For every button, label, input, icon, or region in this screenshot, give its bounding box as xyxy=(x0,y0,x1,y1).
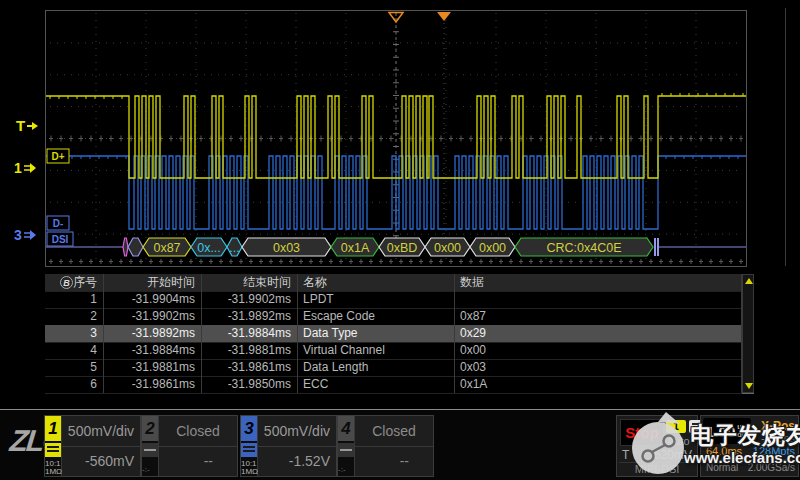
right-edge-divider xyxy=(785,8,786,266)
channel2-panel[interactable]: 2 -:- Closed -- xyxy=(141,415,238,477)
table-cell: 0x29 xyxy=(455,325,742,342)
table-cell: -31.9884ms xyxy=(104,342,202,359)
table-cell: Data Length xyxy=(298,359,455,376)
decode-frame-value: 0x1A xyxy=(341,241,370,255)
trigger-sweep-mode[interactable]: Auto xyxy=(667,435,690,447)
decode-frame-value: 0x87 xyxy=(153,241,180,255)
coupling-icon xyxy=(338,443,354,457)
table-cell: Virtual Channel xyxy=(298,342,455,359)
channel3-badge[interactable]: 3 xyxy=(241,416,257,441)
xpos-label: X-Pos xyxy=(761,419,795,433)
table-cell: -31.9884ms xyxy=(202,325,298,342)
channel1-panel[interactable]: 1 10:1 1MΩ 500mV/div -560mV xyxy=(44,415,141,477)
xpos-value[interactable]: -940ns xyxy=(761,432,795,444)
decode-event-table[interactable]: B序号开始时间结束时间名称数据1-31.9904ms-31.9902msLPDT… xyxy=(45,274,754,394)
channel3-panel[interactable]: 3 10:1 1MΩ 500mV/div -1.52V xyxy=(240,415,337,477)
arrow-right-icon xyxy=(24,163,37,173)
table-cell: 1 xyxy=(45,291,104,308)
arrow-right-icon xyxy=(27,121,39,131)
channel4-mini: 4 -:- xyxy=(338,416,355,476)
bus-b-icon: B xyxy=(60,276,73,289)
channel4-badge[interactable]: 4 xyxy=(338,416,354,441)
table-cell: 开始时间 xyxy=(104,274,202,291)
probe-ratio: 10:1 1MΩ xyxy=(241,457,257,476)
coupling-icon xyxy=(241,443,257,457)
table-cell: 0x00 xyxy=(455,342,742,359)
decode-frame-value: 0xBD xyxy=(387,241,418,255)
dplus-label: D+ xyxy=(51,151,64,162)
table-cell: 4 xyxy=(45,342,104,359)
trigger-level-label: T xyxy=(16,117,25,134)
trigger-level-marker[interactable]: T xyxy=(16,117,39,134)
channel3-marker-label: 3 xyxy=(14,227,22,243)
delay-position-marker[interactable] xyxy=(437,12,451,21)
table-cell: -31.9850ms xyxy=(202,376,298,393)
scroll-down-icon[interactable] xyxy=(745,383,753,389)
channel4-offset: -- xyxy=(355,447,433,477)
channel-extra: -:- xyxy=(338,465,354,476)
table-row[interactable]: 3-31.9892ms-31.9884msData Type0x29 xyxy=(45,325,742,343)
trigger-source-badge[interactable]: 1 xyxy=(666,420,686,433)
table-header: B序号开始时间结束时间名称数据 xyxy=(45,274,742,292)
table-cell: -31.9881ms xyxy=(202,342,298,359)
table-scrollbar[interactable] xyxy=(742,274,754,393)
table-cell xyxy=(455,291,742,308)
record-points: 128Mpts xyxy=(753,445,795,457)
table-cell: B序号 xyxy=(45,274,104,291)
decode-frame xyxy=(123,238,128,256)
channel2-badge[interactable]: 2 xyxy=(142,416,158,441)
channel1-position-marker[interactable]: 1 xyxy=(14,160,37,176)
table-cell: Data Type xyxy=(298,325,455,342)
table-cell: Escape Code xyxy=(298,308,455,325)
table-row[interactable]: 1-31.9904ms-31.9902msLPDT xyxy=(45,291,742,309)
table-row[interactable]: 6-31.9861ms-31.9850msECC0x1A xyxy=(45,376,742,394)
table-row[interactable]: 5-31.9881ms-31.9861msData Length0x03 xyxy=(45,359,742,377)
table-cell: ECC xyxy=(298,376,455,393)
table-cell: -31.9881ms xyxy=(104,359,202,376)
table-cell: 3 xyxy=(45,325,104,342)
table-cell: -31.9902ms xyxy=(104,308,202,325)
channel3-position-marker[interactable]: 3 xyxy=(14,227,37,243)
channel2-values: Closed -- xyxy=(159,416,237,476)
trigger-level-value[interactable]: 620mV xyxy=(637,448,692,462)
channel1-offset: -560mV xyxy=(62,447,140,477)
divider xyxy=(703,459,796,460)
scroll-up-icon[interactable] xyxy=(745,278,753,284)
channel3-scale: 500mV/div xyxy=(258,416,336,447)
channel1-mini: 1 10:1 1MΩ xyxy=(45,416,62,476)
channel4-values: Closed -- xyxy=(355,416,433,476)
trigger-panel[interactable]: Stop 1 Auto T 620mV MIPI-DSI xyxy=(616,415,698,477)
status-bar: ZLG® 1 10:1 1MΩ 500mV/div -560mV 2 -:- C… xyxy=(0,410,800,480)
dminus-label: D- xyxy=(53,218,64,229)
coupling-icon xyxy=(45,443,61,457)
sample-rate: 2.00GSa/s xyxy=(748,462,795,473)
table-cell: 名称 xyxy=(298,274,455,291)
table-row[interactable]: 4-31.9884ms-31.9881msVirtual Channel0x00 xyxy=(45,342,742,360)
decode-frame-value: 0x03 xyxy=(273,241,300,255)
timebase-panel[interactable]: 1.00 us/div X-Pos -940ns 64.0ms 128Mpts … xyxy=(700,415,799,477)
channel1-values: 500mV/div -560mV xyxy=(62,416,140,476)
channel4-panel[interactable]: 4 -:- Closed -- xyxy=(337,415,434,477)
timebase-scale-box[interactable]: 1.00 us/div xyxy=(703,418,751,444)
channel2-mini: 2 -:- xyxy=(142,416,159,476)
table-row[interactable]: 2-31.9902ms-31.9892msEscape Code0x87 xyxy=(45,308,742,326)
decode-frame-value: CRC:0x4C0E xyxy=(546,241,621,255)
channel2-offset: -- xyxy=(159,447,237,477)
table-cell: 0x87 xyxy=(455,308,742,325)
channel-extra: -:- xyxy=(142,465,158,476)
table-cell: -31.9892ms xyxy=(104,325,202,342)
channel4-scale: Closed xyxy=(355,416,433,447)
decode-frame-value: 0x00 xyxy=(434,241,461,255)
trigger-protocol[interactable]: MIPI-DSI xyxy=(617,463,697,475)
acquisition-mode: Normal xyxy=(706,462,738,473)
table-cell: -31.9861ms xyxy=(104,376,202,393)
probe-ratio: 10:1 1MΩ xyxy=(45,457,61,476)
table-cell: 2 xyxy=(45,308,104,325)
arrow-right-icon xyxy=(24,230,37,240)
run-state-badge[interactable]: Stop xyxy=(620,419,664,446)
table-cell: -31.9902ms xyxy=(202,291,298,308)
channel1-badge[interactable]: 1 xyxy=(45,416,61,441)
table-cell: 0x03 xyxy=(455,359,742,376)
oscilloscope-screen: T 1 3 0x870x......0x030x1A0xBD0x000x00CR… xyxy=(0,0,800,480)
bus-label: DSI xyxy=(52,234,69,245)
